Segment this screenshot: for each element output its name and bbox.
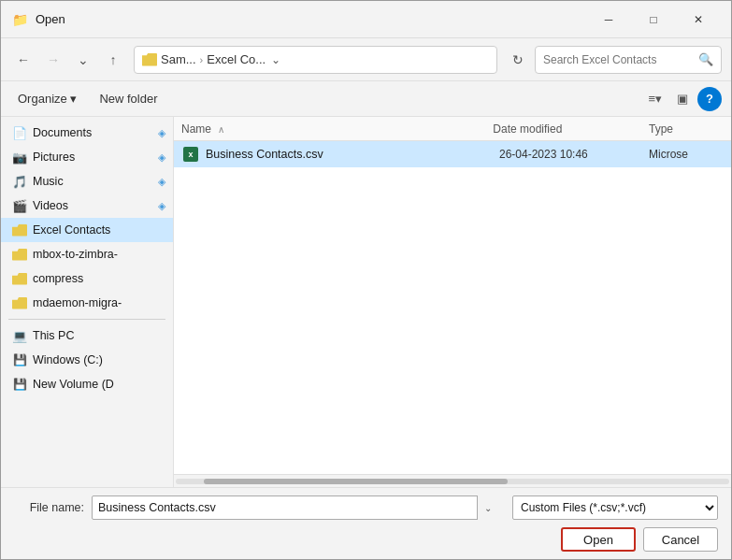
excel-icon: x <box>183 147 198 162</box>
sidebar-item-windows-c[interactable]: 💾 Windows (C:) <box>1 348 173 372</box>
file-list-header: Name ∧ Date modified Type <box>174 117 731 141</box>
refresh-button[interactable]: ↻ <box>505 47 531 73</box>
cancel-button[interactable]: Cancel <box>643 527 718 552</box>
breadcrumb-folder-icon <box>142 53 157 66</box>
mbox-folder-icon <box>12 247 27 262</box>
bottom-bar: File name: ⌄ Custom Files (*.csv;*.vcf) … <box>1 487 731 559</box>
sidebar-divider <box>8 319 165 320</box>
pin-icon-videos: ◈ <box>158 200 165 212</box>
sort-indicator: ∧ <box>218 124 224 135</box>
filename-label: File name: <box>14 501 84 514</box>
minimize-button[interactable]: ─ <box>587 5 630 35</box>
sidebar-item-documents[interactable]: 📄 Documents ◈ <box>1 121 173 145</box>
sidebar-label-this-pc: This PC <box>33 329 165 342</box>
toolbar: Organize ▾ New folder ≡ ▾ ▣ ? <box>1 81 731 117</box>
filename-dropdown-button[interactable]: ⌄ <box>477 495 497 520</box>
search-icon-button[interactable]: 🔍 <box>698 52 713 66</box>
open-button[interactable]: Open <box>561 527 636 552</box>
filetype-wrap: Custom Files (*.csv;*.vcf) All Files (*.… <box>512 495 718 520</box>
breadcrumb-dropdown-button[interactable]: ⌄ <box>269 51 282 68</box>
pane-button[interactable]: ▣ <box>671 88 694 109</box>
sidebar-item-mbox-to-zimbra[interactable]: mbox-to-zimbra- <box>1 242 173 266</box>
title-bar: 📁 Open ─ □ ✕ <box>1 1 731 38</box>
sidebar-item-mdaemon-migra[interactable]: mdaemon-migra- <box>1 291 173 315</box>
music-icon: 🎵 <box>12 174 27 189</box>
action-row: Open Cancel <box>14 527 718 552</box>
file-area: Name ∧ Date modified Type x Business Con… <box>174 117 731 487</box>
file-icon-area: x <box>181 147 200 162</box>
filename-row: File name: ⌄ Custom Files (*.csv;*.vcf) … <box>14 495 718 520</box>
file-date: 26-04-2023 10:46 <box>499 148 643 161</box>
title-bar-left: 📁 Open <box>12 12 65 27</box>
sidebar: 📄 Documents ◈ 📷 Pictures ◈ 🎵 Music ◈ 🎬 V… <box>1 117 174 487</box>
title-bar-controls: ─ □ ✕ <box>587 5 720 35</box>
dialog-window: 📁 Open ─ □ ✕ ← → ⌄ ↑ Sam... › Excel Co..… <box>0 0 732 560</box>
this-pc-icon: 💻 <box>12 328 27 343</box>
back-button[interactable]: ← <box>10 47 36 73</box>
sidebar-item-pictures[interactable]: 📷 Pictures ◈ <box>1 145 173 169</box>
sidebar-item-excel-contacts[interactable]: Excel Contacts <box>1 218 173 242</box>
sidebar-item-videos[interactable]: 🎬 Videos ◈ <box>1 194 173 218</box>
main-content: 📄 Documents ◈ 📷 Pictures ◈ 🎵 Music ◈ 🎬 V… <box>1 117 731 487</box>
filetype-select[interactable]: Custom Files (*.csv;*.vcf) All Files (*.… <box>512 495 718 520</box>
filename-input[interactable] <box>92 495 497 520</box>
col-header-type[interactable]: Type <box>649 122 724 136</box>
toolbar-right: ≡ ▾ ▣ ? <box>642 87 722 111</box>
sidebar-label-videos: Videos <box>33 199 152 212</box>
search-box: 🔍 <box>535 46 722 74</box>
pictures-icon: 📷 <box>12 150 27 165</box>
sidebar-label-pictures: Pictures <box>33 151 152 164</box>
window-icon: 📁 <box>12 12 28 27</box>
breadcrumb-excel: Excel Co... <box>207 52 266 66</box>
view-dropdown-icon: ▾ <box>655 92 662 106</box>
maximize-button[interactable]: □ <box>632 5 675 35</box>
new-folder-button[interactable]: New folder <box>92 88 165 109</box>
sidebar-item-music[interactable]: 🎵 Music ◈ <box>1 169 173 194</box>
sidebar-label-compress: compress <box>33 272 165 285</box>
window-title: Open <box>36 12 65 26</box>
sidebar-label-music: Music <box>33 175 152 188</box>
sidebar-item-compress[interactable]: compress <box>1 266 173 291</box>
documents-icon: 📄 <box>12 125 27 140</box>
mdaemon-folder-icon <box>12 295 27 310</box>
sidebar-label-documents: Documents <box>33 126 152 139</box>
filename-input-wrap: ⌄ <box>92 495 497 520</box>
up-button[interactable]: ↑ <box>100 47 126 73</box>
search-input[interactable] <box>543 53 695 66</box>
view-icon: ≡ <box>648 92 655 106</box>
sidebar-item-this-pc[interactable]: 💻 This PC <box>1 323 173 348</box>
file-name: Business Contacts.csv <box>206 148 494 161</box>
recent-locations-button[interactable]: ⌄ <box>70 47 96 73</box>
drive-c-icon: 💾 <box>12 352 27 367</box>
compress-folder-icon <box>12 271 27 286</box>
sidebar-label-new-volume-d: New Volume (D <box>33 378 165 391</box>
breadcrumb-sam: Sam... <box>161 52 196 66</box>
file-type: Microse <box>649 148 724 161</box>
pin-icon-music: ◈ <box>158 176 165 188</box>
file-row[interactable]: x Business Contacts.csv 26-04-2023 10:46… <box>174 141 731 167</box>
sidebar-label-windows-c: Windows (C:) <box>33 353 165 366</box>
videos-icon: 🎬 <box>12 198 27 213</box>
horizontal-scrollbar[interactable] <box>174 474 731 487</box>
pin-icon-pictures: ◈ <box>158 151 165 164</box>
breadcrumb-bar: Sam... › Excel Co... ⌄ <box>134 46 497 74</box>
sidebar-item-new-volume-d[interactable]: 💾 New Volume (D <box>1 372 173 396</box>
forward-button[interactable]: → <box>40 47 66 73</box>
excel-contacts-folder-icon <box>12 223 27 237</box>
sidebar-label-mbox-to-zimbra: mbox-to-zimbra- <box>33 248 165 261</box>
scrollbar-thumb[interactable] <box>204 479 509 484</box>
file-list: x Business Contacts.csv 26-04-2023 10:46… <box>174 141 731 474</box>
view-options-button[interactable]: ≡ ▾ <box>642 88 667 109</box>
nav-bar: ← → ⌄ ↑ Sam... › Excel Co... ⌄ ↻ 🔍 <box>1 38 731 81</box>
pin-icon-documents: ◈ <box>158 127 165 139</box>
col-header-name[interactable]: Name ∧ <box>181 122 493 136</box>
sidebar-label-excel-contacts: Excel Contacts <box>33 223 165 237</box>
breadcrumb-separator: › <box>200 54 204 65</box>
sidebar-label-mdaemon-migra: mdaemon-migra- <box>33 296 165 309</box>
organize-button[interactable]: Organize ▾ <box>10 88 84 109</box>
close-button[interactable]: ✕ <box>677 5 720 35</box>
drive-d-icon: 💾 <box>12 377 27 392</box>
help-button[interactable]: ? <box>697 87 722 111</box>
col-header-date[interactable]: Date modified <box>493 122 649 136</box>
scrollbar-track <box>176 479 729 484</box>
